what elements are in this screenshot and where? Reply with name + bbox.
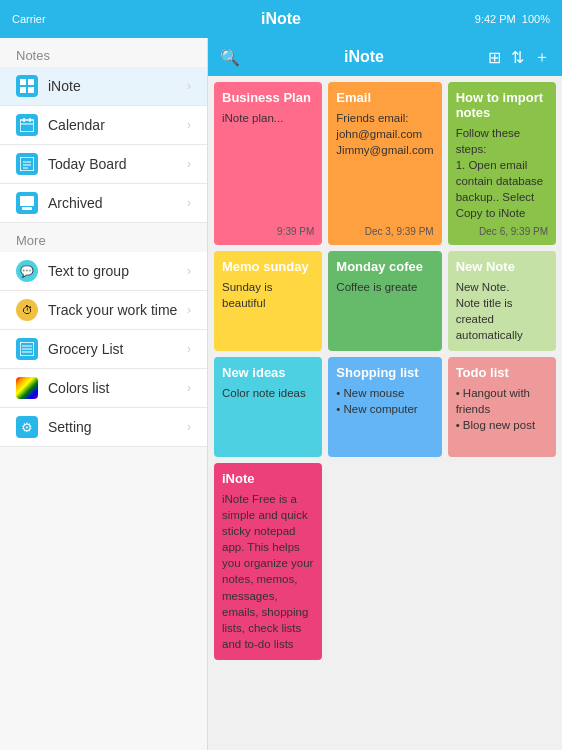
note-body: • New mouse• New computer [336, 385, 433, 449]
note-card-shopping-list[interactable]: Shopping list • New mouse• New computer [328, 357, 441, 457]
note-card-memo-sunday[interactable]: Memo sunday Sunday is beautiful [214, 251, 322, 351]
search-icon[interactable]: 🔍 [220, 48, 240, 67]
svg-rect-1 [28, 79, 34, 85]
note-title: New Note [456, 259, 548, 274]
note-title: Todo list [456, 365, 548, 380]
note-title: Business Plan [222, 90, 314, 105]
note-timestamp: Dec 3, 9:39 PM [336, 226, 433, 237]
carrier-label: Carrier [12, 13, 46, 25]
sort-icon[interactable]: ⇅ [511, 48, 524, 67]
note-title: Monday cofee [336, 259, 433, 274]
more-section-label: More [0, 223, 207, 252]
sidebar-item-track-work[interactable]: ⏱ Track your work time › [0, 291, 207, 330]
colors-icon [16, 377, 38, 399]
svg-rect-3 [28, 87, 34, 93]
top-bar: Carrier iNote 9:42 PM 100% [0, 0, 562, 38]
svg-rect-0 [20, 79, 26, 85]
note-body: Color note ideas [222, 385, 314, 449]
top-bar-title: iNote [261, 10, 301, 28]
setting-icon: ⚙ [16, 416, 38, 438]
chevron-right-icon: › [187, 79, 191, 93]
clock-icon: ⏱ [16, 299, 38, 321]
note-title: How to import notes [456, 90, 548, 120]
chevron-right-icon: › [187, 118, 191, 132]
text-icon: 💬 [16, 260, 38, 282]
sidebar-item-label: Track your work time [48, 302, 187, 318]
right-panel: 🔍 iNote ⊞ ⇅ ＋ Business Plan iNote plan..… [208, 38, 562, 750]
add-note-icon[interactable]: ＋ [534, 47, 550, 68]
chevron-right-icon: › [187, 196, 191, 210]
note-card-todo-list[interactable]: Todo list • Hangout with friends• Blog n… [448, 357, 556, 457]
note-body: New Note.Note title is created automatic… [456, 279, 548, 343]
sidebar-item-label: Calendar [48, 117, 187, 133]
calendar-icon [16, 114, 38, 136]
sidebar-item-text-to-group[interactable]: 💬 Text to group › [0, 252, 207, 291]
note-card-new-note[interactable]: New Note New Note.Note title is created … [448, 251, 556, 351]
note-timestamp: 9:39 PM [222, 226, 314, 237]
sidebar-item-setting[interactable]: ⚙ Setting › [0, 408, 207, 447]
chevron-right-icon: › [187, 157, 191, 171]
svg-rect-12 [20, 196, 34, 206]
sidebar-item-label: Setting [48, 419, 187, 435]
note-card-business-plan[interactable]: Business Plan iNote plan... 9:39 PM [214, 82, 322, 245]
sidebar-item-label: Colors list [48, 380, 187, 396]
chevron-right-icon: › [187, 342, 191, 356]
svg-rect-8 [20, 157, 34, 171]
today-icon [16, 153, 38, 175]
note-card-inote-desc[interactable]: iNote iNote Free is a simple and quick s… [214, 463, 322, 660]
main-layout: Notes iNote › Calendar › Today Board › A… [0, 38, 562, 750]
sidebar-item-inote[interactable]: iNote › [0, 67, 207, 106]
sidebar: Notes iNote › Calendar › Today Board › A… [0, 38, 208, 750]
note-body: Coffee is greate [336, 279, 433, 343]
note-card-email[interactable]: Email Friends email:john@gmail.comJimmy@… [328, 82, 441, 245]
sidebar-item-grocery-list[interactable]: Grocery List › [0, 330, 207, 369]
grid-view-icon[interactable]: ⊞ [488, 48, 501, 67]
notes-section-label: Notes [0, 38, 207, 67]
note-title: New ideas [222, 365, 314, 380]
sidebar-item-label: Grocery List [48, 341, 187, 357]
note-body: iNote Free is a simple and quick sticky … [222, 491, 314, 652]
note-title: Memo sunday [222, 259, 314, 274]
svg-rect-4 [20, 120, 34, 132]
notes-grid: Business Plan iNote plan... 9:39 PM Emai… [208, 76, 562, 750]
note-title: Email [336, 90, 433, 105]
note-title: Shopping list [336, 365, 433, 380]
note-card-new-ideas[interactable]: New ideas Color note ideas [214, 357, 322, 457]
chevron-right-icon: › [187, 264, 191, 278]
right-header: 🔍 iNote ⊞ ⇅ ＋ [208, 38, 562, 76]
battery-label: 9:42 PM 100% [475, 13, 550, 25]
sidebar-item-archived[interactable]: Archived › [0, 184, 207, 223]
svg-rect-13 [22, 207, 32, 210]
sidebar-item-calendar[interactable]: Calendar › [0, 106, 207, 145]
sidebar-item-label: Text to group [48, 263, 187, 279]
note-card-how-to-import[interactable]: How to import notes Follow these steps:1… [448, 82, 556, 245]
sidebar-item-label: iNote [48, 78, 187, 94]
chevron-right-icon: › [187, 381, 191, 395]
note-body: iNote plan... [222, 110, 314, 222]
note-body: • Hangout with friends• Blog new post [456, 385, 548, 449]
right-header-title: iNote [250, 48, 478, 66]
grocery-icon [16, 338, 38, 360]
sidebar-item-today-board[interactable]: Today Board › [0, 145, 207, 184]
note-timestamp: Dec 6, 9:39 PM [456, 226, 548, 237]
note-body: Friends email:john@gmail.comJimmy@gmail.… [336, 110, 433, 222]
sidebar-item-label: Today Board [48, 156, 187, 172]
grid-icon [16, 75, 38, 97]
sidebar-item-label: Archived [48, 195, 187, 211]
note-body: Follow these steps:1. Open email contain… [456, 125, 548, 222]
chevron-right-icon: › [187, 303, 191, 317]
note-body: Sunday is beautiful [222, 279, 314, 343]
sidebar-item-colors-list[interactable]: Colors list › [0, 369, 207, 408]
svg-rect-2 [20, 87, 26, 93]
archive-icon [16, 192, 38, 214]
chevron-right-icon: › [187, 420, 191, 434]
note-card-monday-cofee[interactable]: Monday cofee Coffee is greate [328, 251, 441, 351]
note-title: iNote [222, 471, 314, 486]
